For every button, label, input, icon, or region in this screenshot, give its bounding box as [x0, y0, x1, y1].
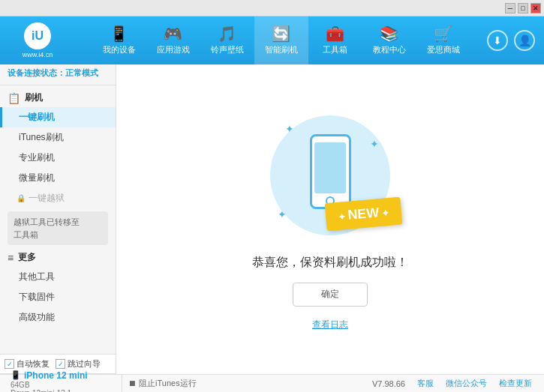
- user-icon: 👤: [518, 34, 531, 46]
- advanced-label: 高级功能: [19, 312, 55, 322]
- nav-my-device-label: 我的设备: [103, 44, 136, 55]
- auto-send-label: 自动恢复: [17, 358, 50, 370]
- sparkle-icon-2: ✦: [370, 138, 379, 150]
- store-icon: 🛒: [434, 26, 452, 41]
- title-bar: ─ □ ✕: [0, 0, 544, 16]
- left-column: 设备连接状态：正常模式 📋 刷机 一键刷机 iTunes刷机 专业刷机 微量刷机…: [0, 64, 116, 374]
- logo-text: iU: [32, 29, 44, 43]
- notice-line1: 越狱工具已转移至: [14, 217, 80, 226]
- support-link[interactable]: 客服: [417, 378, 434, 389]
- nav-store-label: 爱思商城: [427, 44, 460, 55]
- header: iU www.i4.cn 📱 我的设备 🎮 应用游戏 🎵 铃声壁纸 🔄 智能刷机…: [0, 16, 544, 64]
- nav-ringtones-label: 铃声壁纸: [211, 44, 244, 55]
- connection-status: 设备连接状态：正常模式: [0, 64, 116, 85]
- wizard-link[interactable]: 查看日志: [312, 319, 348, 331]
- circle-bg: ✦ ✦ ✦ NEW: [270, 115, 390, 235]
- phone-screen: [314, 142, 346, 193]
- wechat-link[interactable]: 微信公众号: [446, 378, 487, 389]
- new-banner: NEW: [325, 196, 403, 231]
- sidebar-item-advanced[interactable]: 高级功能: [0, 307, 116, 328]
- device-info: 📱 iPhone 12 mini 64GB Down-12mini-13.1: [6, 375, 122, 392]
- window-controls: ─ □ ✕: [505, 3, 541, 13]
- success-graphic: ✦ ✦ ✦ NEW: [263, 108, 398, 243]
- jailbreak-item: 🔒 一键越狱: [0, 188, 116, 208]
- sidebar-item-itunes-flash[interactable]: iTunes刷机: [0, 127, 116, 148]
- minimize-button[interactable]: ─: [505, 3, 515, 13]
- smart-flash-icon: 🔄: [272, 26, 290, 41]
- nav-store[interactable]: 🛒 爱思商城: [416, 16, 470, 64]
- nav-toolbox[interactable]: 🧰 工具箱: [308, 16, 362, 64]
- download-icon: ⬇: [493, 34, 502, 46]
- header-right: ⬇ 👤: [487, 30, 544, 51]
- nav-smart-flash[interactable]: 🔄 智能刷机: [254, 16, 308, 64]
- bottom-bar: 📱 iPhone 12 mini 64GB Down-12mini-13.1 ⏹…: [0, 374, 544, 392]
- nav-ringtones[interactable]: 🎵 铃声壁纸: [200, 16, 254, 64]
- sidebar-item-pro-flash[interactable]: 专业刷机: [0, 148, 116, 168]
- nav-my-device[interactable]: 📱 我的设备: [92, 16, 146, 64]
- close-button[interactable]: ✕: [530, 3, 541, 13]
- nav-apps-games[interactable]: 🎮 应用游戏: [146, 16, 200, 64]
- nav-apps-games-label: 应用游戏: [157, 44, 190, 55]
- device-version: Down-12mini-13.1: [11, 389, 122, 393]
- logo-area: iU www.i4.cn: [0, 16, 75, 64]
- version-label: V7.98.66: [372, 379, 405, 388]
- download-firmware-label: 下载固件: [19, 292, 55, 302]
- pro-flash-label: 专业刷机: [19, 152, 55, 163]
- logo-subtitle: www.i4.cn: [23, 51, 53, 58]
- more-section-icon: ≡: [8, 252, 14, 264]
- ringtones-icon: 🎵: [218, 26, 236, 41]
- itunes-flash-label: iTunes刷机: [19, 132, 64, 142]
- content-area: ✦ ✦ ✦ NEW 恭喜您，保资料刷机成功啦！ 确定 查看日志: [116, 64, 544, 374]
- more-section-header: ≡ 更多: [0, 248, 116, 267]
- itunes-status-label: 阻止iTunes运行: [139, 379, 197, 388]
- update-link[interactable]: 检查更新: [499, 378, 532, 389]
- skip-wizard-checkbox-label[interactable]: ✓ 跳过向导: [56, 358, 101, 370]
- status-label: 设备连接状态：: [8, 68, 65, 77]
- nav-smart-flash-label: 智能刷机: [265, 44, 298, 55]
- confirm-button[interactable]: 确定: [293, 283, 368, 307]
- logo-icon: iU: [24, 22, 51, 49]
- itunes-status-icon: ⏹: [128, 379, 137, 388]
- confirm-label: 确定: [321, 288, 339, 301]
- one-click-flash-label: 一键刷机: [19, 112, 55, 122]
- success-message: 恭喜您，保资料刷机成功啦！: [252, 255, 408, 271]
- sidebar-item-brush-flash[interactable]: 微量刷机: [0, 168, 116, 188]
- my-device-icon: 📱: [110, 26, 128, 41]
- jailbreak-label: 一键越狱: [29, 192, 65, 205]
- maximize-button[interactable]: □: [518, 3, 528, 13]
- download-button[interactable]: ⬇: [487, 30, 508, 51]
- status-value: 正常模式: [65, 68, 98, 77]
- phone-graphic: [310, 134, 351, 209]
- nav-tutorial-label: 教程中心: [373, 44, 406, 55]
- flash-section-icon: 📋: [8, 92, 20, 104]
- nav-tutorial[interactable]: 📚 教程中心: [362, 16, 416, 64]
- user-button[interactable]: 👤: [514, 30, 535, 51]
- auto-send-checkbox-label[interactable]: ✓ 自动恢复: [5, 358, 50, 370]
- tutorial-icon: 📚: [380, 26, 398, 41]
- bottom-right: V7.98.66 客服 微信公众号 检查更新: [330, 378, 538, 389]
- auto-send-checkbox[interactable]: ✓: [5, 359, 14, 369]
- sidebar-item-download-firmware[interactable]: 下载固件: [0, 287, 116, 307]
- sparkle-icon-1: ✦: [285, 123, 294, 135]
- brush-flash-label: 微量刷机: [19, 172, 55, 183]
- notice-line2: 工具箱: [14, 230, 38, 239]
- flash-section-header: 📋 刷机: [0, 88, 116, 107]
- sparkle-icon-3: ✦: [278, 208, 287, 220]
- sidebar-item-other-tools[interactable]: 其他工具: [0, 267, 116, 287]
- toolbox-icon: 🧰: [326, 26, 344, 41]
- other-tools-label: 其他工具: [19, 271, 55, 282]
- flash-section-label: 刷机: [25, 91, 43, 104]
- apps-games-icon: 🎮: [164, 26, 182, 41]
- more-section-label: 更多: [18, 251, 36, 264]
- main-area: 设备连接状态：正常模式 📋 刷机 一键刷机 iTunes刷机 专业刷机 微量刷机…: [0, 64, 544, 374]
- sidebar: 设备连接状态：正常模式 📋 刷机 一键刷机 iTunes刷机 专业刷机 微量刷机…: [0, 64, 116, 354]
- skip-wizard-checkbox[interactable]: ✓: [56, 359, 65, 369]
- device-storage: 64GB: [11, 381, 122, 389]
- nav-toolbox-label: 工具箱: [323, 44, 347, 55]
- itunes-status: ⏹ 阻止iTunes运行: [122, 378, 330, 389]
- device-name-row: 📱 iPhone 12 mini: [11, 370, 122, 381]
- device-phone-icon: 📱: [11, 370, 21, 380]
- sidebar-item-one-click-flash[interactable]: 一键刷机: [0, 107, 116, 127]
- skip-wizard-label: 跳过向导: [68, 358, 101, 370]
- lock-icon: 🔒: [17, 194, 26, 202]
